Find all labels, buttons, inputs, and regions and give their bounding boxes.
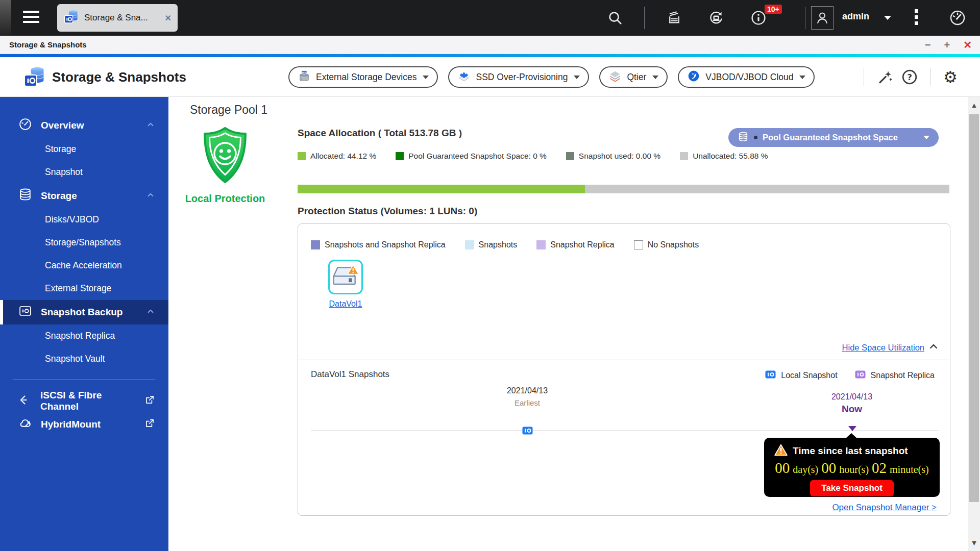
app-tab-label: Storage & Sna... — [84, 13, 160, 23]
sidebar-item-cache-acceleration[interactable]: Cache Acceleration — [0, 254, 168, 277]
desktop-top-bar: Storage & Sna... ✕ 10+ admin — [0, 0, 980, 36]
protection-shield-icon — [200, 178, 251, 186]
volume-datavol1[interactable] — [328, 260, 363, 294]
ssd-over-provisioning-menu[interactable]: SSD Over-Provisioning — [448, 66, 589, 88]
snapshots-section-title: DataVol1 Snapshots — [311, 369, 389, 380]
background-tasks-icon[interactable] — [665, 9, 683, 27]
tooltip-arrow — [846, 433, 857, 438]
legend-swatch — [536, 240, 546, 249]
help-icon[interactable]: ? — [900, 67, 919, 87]
app-tab-storage-snapshots[interactable]: Storage & Sna... ✕ — [57, 4, 178, 32]
sidebar-item-overview-storage[interactable]: Storage — [0, 138, 168, 161]
legend-item: Unallocated: 55.88 % — [680, 152, 768, 161]
chevron-down-icon — [652, 76, 658, 79]
smart-tools-wand-icon[interactable] — [875, 67, 895, 87]
sidebar-item-iscsi-fibre-channel[interactable]: iSCSI & Fibre Channel — [0, 389, 168, 413]
scroll-up-icon[interactable]: ▲ — [968, 97, 980, 113]
chevron-down-icon — [799, 76, 805, 79]
legend-swatch — [298, 152, 306, 160]
qtier-menu[interactable]: Qtier — [599, 66, 668, 88]
svg-text:RAID: RAID — [301, 71, 307, 73]
legend-item: Snapshot Replica — [536, 240, 614, 249]
page-title: Storage & Snapshots — [52, 69, 186, 85]
sidebar-item-label: Snapshot Backup — [41, 307, 122, 318]
pool-guaranteed-snapshot-space-dropdown[interactable]: Pool Guaranteed Snapshot Space — [728, 128, 939, 147]
legend-item: Snapshots and Snapshot Replica — [311, 240, 446, 249]
chevron-up-icon[interactable] — [928, 341, 939, 354]
search-icon[interactable] — [606, 9, 624, 27]
external-link-icon — [144, 394, 155, 408]
sidebar-item-storage-snapshots[interactable]: Storage/Snapshots — [0, 231, 168, 254]
sidebar-item-snapshot-backup[interactable]: Snapshot Backup — [0, 300, 168, 324]
legend-swatch — [311, 240, 320, 249]
volume-tile: DataVol1 — [317, 260, 374, 309]
sidebar-item-snapshot-vault[interactable]: Snapshot Vault — [0, 347, 168, 370]
chevron-up-icon — [146, 190, 155, 202]
tab-close-icon[interactable]: ✕ — [165, 13, 172, 23]
window-maximize-icon[interactable]: + — [944, 40, 950, 50]
legend-swatch — [566, 152, 574, 160]
more-options-icon[interactable] — [915, 9, 919, 28]
topbar-divider — [644, 7, 645, 29]
timeline-earliest-marker-label: 2021/04/13 Earliest — [476, 386, 578, 407]
external-storage-devices-menu[interactable]: RAID External Storage Devices — [288, 66, 438, 88]
snapshot-legend: Local Snapshot Snapshot Replica — [765, 370, 935, 381]
sidebar-item-external-storage[interactable]: External Storage — [0, 277, 168, 300]
sidebar-item-overview[interactable]: Overview — [0, 113, 168, 138]
space-allocation-title: Space Allocation ( Total 513.78 GB ) — [298, 128, 462, 139]
resource-monitor-icon[interactable] — [948, 9, 967, 27]
sidebar-divider — [13, 380, 155, 380]
time-since-snapshot-tooltip: Time since last snapshot 00day(s) 00hour… — [764, 438, 940, 497]
menu-label: SSD Over-Provisioning — [476, 72, 568, 83]
protection-status-panel: Snapshots and Snapshot Replica Snapshots… — [298, 223, 950, 516]
panel-divider — [298, 360, 950, 360]
sync-backup-icon[interactable] — [707, 9, 725, 27]
protection-status-title: Protection Status (Volumes: 1 LUNs: 0) — [298, 206, 477, 217]
main-menu-icon[interactable] — [23, 11, 39, 25]
hide-space-utilization-link[interactable]: Hide Space Utilization — [842, 343, 924, 353]
legend-item: Snapshot Replica — [855, 370, 935, 381]
volume-datavol1-link[interactable]: DataVol1 — [329, 299, 362, 309]
scrollbar-thumb[interactable] — [969, 114, 979, 502]
menu-label: Qtier — [627, 72, 646, 83]
open-snapshot-manager-link[interactable]: Open Snapshot Manager > — [832, 503, 937, 513]
ssd-over-provisioning-icon — [457, 69, 471, 85]
snapshot-replica-icon — [855, 370, 866, 381]
sidebar-item-storage[interactable]: Storage — [0, 184, 168, 208]
iscsi-arrow-icon — [18, 393, 32, 409]
sidebar-item-hybridmount[interactable]: HybridMount — [0, 413, 168, 436]
app-header: Storage & Snapshots RAID External Storag… — [0, 57, 980, 97]
vertical-scrollbar[interactable]: ▲ ▼ — [968, 97, 980, 551]
warning-icon — [774, 444, 788, 458]
vjbod-cloud-menu[interactable]: VJBOD/VJBOD Cloud — [678, 66, 815, 88]
user-menu-caret-icon[interactable] — [884, 16, 891, 20]
gauge-icon — [18, 117, 32, 134]
chevron-down-icon — [574, 76, 580, 79]
external-link-icon — [144, 418, 155, 431]
legend-swatch — [680, 152, 688, 160]
pill-label: Pool Guaranteed Snapshot Space — [763, 133, 898, 142]
timeline-now-triangle-icon — [848, 426, 856, 431]
sidebar-item-snapshot-replica[interactable]: Snapshot Replica — [0, 324, 168, 347]
scroll-down-icon[interactable]: ▼ — [968, 535, 980, 551]
user-menu[interactable]: admin — [842, 11, 869, 22]
chevron-down-icon — [923, 136, 929, 139]
local-snapshot-icon — [765, 370, 776, 381]
sidebar-item-overview-snapshot[interactable]: Snapshot — [0, 161, 168, 184]
main-content: Storage Pool 1 Local Protection Space Al… — [168, 97, 968, 551]
settings-gear-icon[interactable]: ⚙ — [941, 67, 960, 87]
sidebar-item-disks-vjbod[interactable]: Disks/VJBOD — [0, 208, 168, 231]
protection-status-label: Local Protection — [174, 193, 276, 205]
take-snapshot-button[interactable]: Take Snapshot — [810, 480, 894, 496]
notification-count-badge: 10+ — [765, 5, 782, 14]
svg-text:?: ? — [907, 72, 912, 82]
timeline-snapshot-marker-icon[interactable] — [522, 427, 533, 437]
snapshot-timeline — [311, 431, 939, 431]
user-avatar-icon[interactable] — [811, 6, 834, 30]
legend-swatch — [396, 152, 404, 160]
window-close-icon[interactable]: ✕ — [963, 40, 972, 50]
cloud-mount-icon — [18, 416, 32, 433]
sidebar-item-label: HybridMount — [41, 419, 101, 430]
sidebar-item-label: Overview — [41, 120, 84, 131]
window-minimize-icon[interactable]: − — [925, 40, 931, 50]
